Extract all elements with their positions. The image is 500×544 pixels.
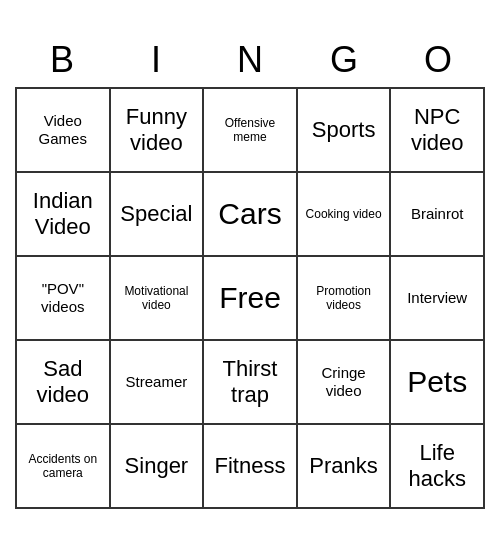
bingo-cell: Pranks: [298, 425, 392, 509]
bingo-cell: Brainrot: [391, 173, 485, 257]
header-letter: O: [391, 35, 485, 85]
bingo-cell: Streamer: [111, 341, 205, 425]
bingo-header: BINGO: [15, 35, 485, 85]
header-letter: G: [297, 35, 391, 85]
bingo-card: BINGO Video GamesFunny videoOffensive me…: [15, 35, 485, 509]
bingo-cell: Cringe video: [298, 341, 392, 425]
bingo-cell: Promotion videos: [298, 257, 392, 341]
bingo-cell: Motivational video: [111, 257, 205, 341]
bingo-cell: Accidents on camera: [17, 425, 111, 509]
bingo-grid: Video GamesFunny videoOffensive memeSpor…: [15, 87, 485, 509]
bingo-cell: Life hacks: [391, 425, 485, 509]
bingo-cell: Special: [111, 173, 205, 257]
bingo-cell: Sad video: [17, 341, 111, 425]
bingo-cell: Singer: [111, 425, 205, 509]
header-letter: I: [109, 35, 203, 85]
bingo-cell: Offensive meme: [204, 89, 298, 173]
bingo-cell: Fitness: [204, 425, 298, 509]
bingo-cell: Interview: [391, 257, 485, 341]
bingo-cell: NPC video: [391, 89, 485, 173]
bingo-cell: Video Games: [17, 89, 111, 173]
bingo-cell: "POV" videos: [17, 257, 111, 341]
bingo-cell: Sports: [298, 89, 392, 173]
bingo-cell: Thirst trap: [204, 341, 298, 425]
header-letter: N: [203, 35, 297, 85]
bingo-cell: Cars: [204, 173, 298, 257]
bingo-cell: Free: [204, 257, 298, 341]
bingo-cell: Indian Video: [17, 173, 111, 257]
bingo-cell: Pets: [391, 341, 485, 425]
header-letter: B: [15, 35, 109, 85]
bingo-cell: Funny video: [111, 89, 205, 173]
bingo-cell: Cooking video: [298, 173, 392, 257]
